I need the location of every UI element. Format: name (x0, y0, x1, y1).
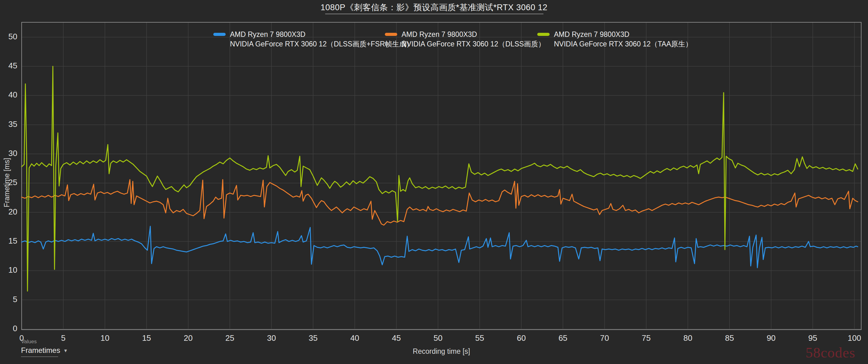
title-underline (325, 13, 544, 14)
x-tick-label: 35 (309, 333, 317, 343)
series-swatch-green-icon (537, 33, 550, 36)
chevron-down-icon: ▼ (63, 348, 68, 353)
y-tick-label: 30 (8, 148, 17, 158)
x-tick-label: 90 (767, 333, 776, 343)
y-tick-label: 35 (8, 119, 17, 129)
legend-label: AMD Ryzen 7 9800X3D NVIDIA GeForce RTX 3… (402, 30, 545, 49)
y-tick-label: 20 (8, 207, 17, 216)
x-tick-label: 45 (392, 333, 401, 343)
dropdown-underline (21, 357, 58, 357)
x-tick-label: 10 (100, 333, 110, 343)
y-tick-label: 0 (13, 324, 17, 333)
x-tick-label: 70 (600, 333, 609, 343)
x-tick-label: 60 (517, 333, 526, 343)
x-tick-label: 15 (142, 333, 151, 343)
frametime-chart-plot: 0510152025303540455005101520253035404550… (0, 0, 868, 364)
legend-item-dlss-fsr[interactable]: AMD Ryzen 7 9800X3D NVIDIA GeForce RTX 3… (213, 30, 413, 49)
series-swatch-orange-icon (385, 33, 397, 36)
y-tick-label: 10 (8, 265, 17, 275)
y-tick-label: 45 (8, 61, 17, 70)
x-tick-label: 80 (683, 333, 692, 343)
series-line-0 (22, 226, 858, 268)
y-axis-title: Frametime [ms] (3, 158, 11, 207)
series-line-2 (22, 66, 858, 291)
x-tick-label: 100 (847, 333, 861, 343)
value-selector-group: Values Frametimes▼ (21, 339, 68, 357)
x-tick-label: 55 (475, 333, 484, 343)
x-tick-label: 30 (267, 333, 276, 343)
legend-label: AMD Ryzen 7 9800X3D NVIDIA GeForce RTX 3… (554, 30, 692, 49)
x-axis-title: Recording time [s] (413, 347, 470, 356)
y-tick-label: 40 (8, 90, 17, 100)
series-swatch-blue-icon (213, 33, 226, 36)
chart-header: 1080P《刺客信条：影》预设高画质*基准测试*RTX 3060 12 (0, 2, 868, 13)
x-tick-label: 95 (808, 333, 817, 343)
x-tick-label: 50 (434, 333, 443, 343)
x-tick-label: 75 (642, 333, 651, 343)
x-tick-label: 20 (184, 333, 193, 343)
values-label: Values (21, 339, 68, 345)
page-title: 1080P《刺客信条：影》预设高画质*基准测试*RTX 3060 12 (320, 3, 548, 12)
x-tick-label: 25 (225, 333, 234, 343)
x-tick-label: 65 (559, 333, 567, 343)
frametimes-dropdown[interactable]: Frametimes▼ (21, 346, 68, 357)
plot-border (22, 22, 861, 330)
legend: AMD Ryzen 7 9800X3D NVIDIA GeForce RTX 3… (0, 30, 868, 51)
frametimes-dropdown-value: Frametimes (21, 346, 60, 355)
legend-item-taa[interactable]: AMD Ryzen 7 9800X3D NVIDIA GeForce RTX 3… (537, 30, 692, 49)
x-tick-label: 85 (725, 333, 734, 343)
y-tick-label: 15 (8, 236, 17, 246)
watermark: 58codes (806, 344, 855, 361)
y-tick-label: 5 (13, 295, 17, 304)
legend-item-dlss[interactable]: AMD Ryzen 7 9800X3D NVIDIA GeForce RTX 3… (385, 30, 545, 49)
x-tick-label: 40 (350, 333, 359, 343)
